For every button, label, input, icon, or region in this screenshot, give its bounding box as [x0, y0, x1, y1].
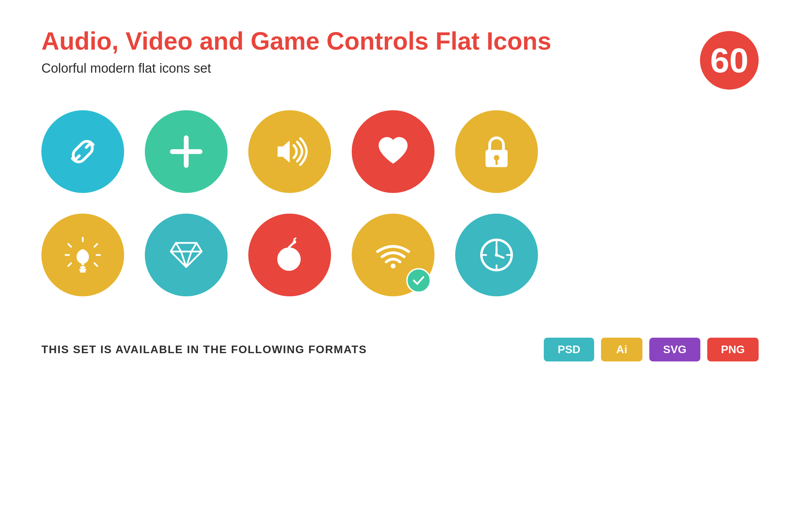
wifi-wrapper[interactable] — [352, 214, 434, 296]
format-ai-label: Ai — [616, 343, 627, 356]
svg-line-6 — [68, 263, 71, 266]
format-ai-badge[interactable]: Ai — [601, 338, 642, 361]
volume-icon-circle[interactable] — [248, 110, 331, 193]
heart-icon-circle[interactable] — [352, 110, 434, 193]
svg-rect-12 — [80, 271, 86, 273]
diamond-icon — [166, 234, 207, 276]
format-png-badge[interactable]: PNG — [707, 338, 759, 361]
format-png-label: PNG — [721, 343, 745, 356]
count-badge: 60 — [700, 31, 759, 90]
svg-line-9 — [94, 263, 97, 266]
svg-point-15 — [277, 247, 301, 271]
bomb-icon — [269, 234, 310, 276]
format-psd-badge[interactable]: PSD — [544, 338, 594, 361]
lightbulb-icon — [62, 234, 103, 276]
clock-icon-circle[interactable] — [455, 214, 538, 296]
lightbulb-icon-circle[interactable] — [41, 214, 124, 296]
main-title: Audio, Video and Game Controls Flat Icon… — [41, 28, 551, 55]
clock-icon — [476, 234, 517, 276]
volume-icon — [269, 131, 310, 172]
title-area: Audio, Video and Game Controls Flat Icon… — [41, 28, 551, 76]
svg-line-7 — [94, 244, 97, 247]
icons-row-1 — [41, 110, 759, 193]
format-svg-badge[interactable]: SVG — [649, 338, 700, 361]
svg-marker-13 — [171, 243, 202, 267]
svg-point-16 — [293, 240, 296, 244]
page-container: Audio, Video and Game Controls Flat Icon… — [0, 0, 800, 382]
badge-number: 60 — [710, 43, 748, 78]
bomb-icon-circle[interactable] — [248, 214, 331, 296]
svg-rect-11 — [79, 269, 86, 271]
svg-point-17 — [391, 264, 396, 268]
plus-icon-circle[interactable] — [145, 110, 228, 193]
lock-icon-circle[interactable] — [455, 110, 538, 193]
lock-icon — [476, 131, 517, 172]
svg-point-10 — [80, 266, 86, 269]
footer: THIS SET IS AVAILABLE IN THE FOLLOWING F… — [41, 331, 759, 361]
link-icon — [62, 131, 103, 172]
wifi-icon — [372, 234, 414, 276]
link-icon-circle[interactable] — [41, 110, 124, 193]
format-psd-label: PSD — [558, 343, 580, 356]
svg-line-4 — [68, 244, 71, 247]
heart-icon — [372, 131, 414, 172]
format-badges: PSD Ai SVG PNG — [544, 338, 759, 361]
footer-label: THIS SET IS AVAILABLE IN THE FOLLOWING F… — [41, 343, 367, 356]
svg-point-25 — [495, 253, 498, 257]
icons-row-2 — [41, 214, 759, 296]
checkmark-icon — [411, 273, 426, 288]
plus-icon — [166, 131, 207, 172]
wifi-check-badge — [406, 268, 431, 293]
subtitle: Colorful modern flat icons set — [41, 61, 551, 76]
header: Audio, Video and Game Controls Flat Icon… — [41, 28, 759, 90]
format-svg-label: SVG — [663, 343, 687, 356]
icons-grid — [41, 110, 759, 296]
diamond-icon-circle[interactable] — [145, 214, 228, 296]
